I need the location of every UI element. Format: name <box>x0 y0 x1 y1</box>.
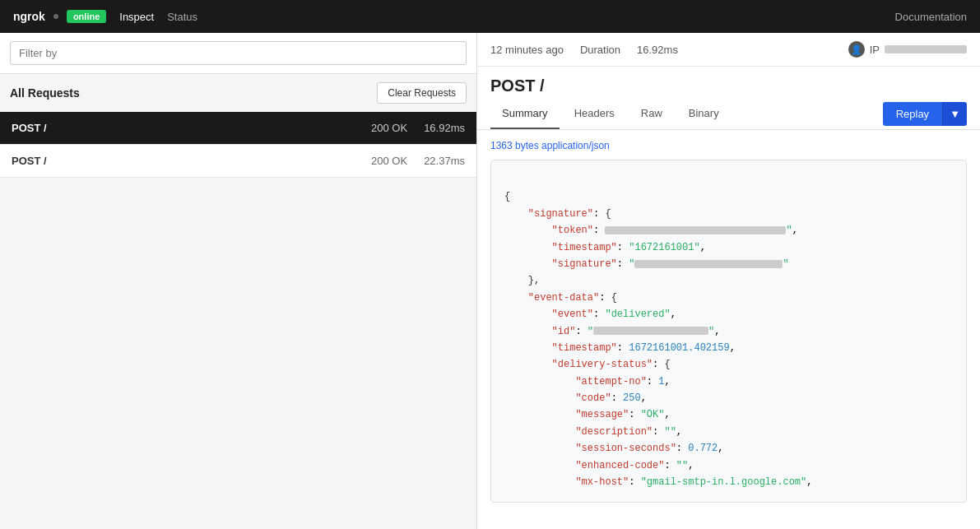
content-area: 1363 bytes application/json { "signature… <box>477 130 980 529</box>
replay-button[interactable]: Replay <box>883 102 942 126</box>
tabs-bar: Summary Headers Raw Binary Replay ▼ <box>477 99 980 130</box>
replay-dropdown-button[interactable]: ▼ <box>942 102 967 126</box>
request-title: POST / <box>477 67 980 99</box>
filter-bar <box>0 33 476 74</box>
meta-ip-bar <box>885 45 967 53</box>
main-layout: All Requests Clear Requests POST / 200 O… <box>0 33 980 529</box>
bytes-info: 1363 bytes application/json <box>490 140 967 151</box>
nav-documentation[interactable]: Documentation <box>895 11 967 23</box>
meta-ip-area: 👤 IP <box>848 41 967 58</box>
tab-binary[interactable]: Binary <box>677 99 731 129</box>
request-method-0: POST / <box>12 122 371 134</box>
clear-requests-button[interactable]: Clear Requests <box>377 82 467 104</box>
nav-status[interactable]: Status <box>167 11 197 23</box>
person-icon: 👤 <box>848 41 865 58</box>
request-item-1[interactable]: POST / 200 OK 22.37ms <box>0 145 476 178</box>
nav-inspect[interactable]: Inspect <box>119 11 154 23</box>
requests-title: All Requests <box>10 86 80 100</box>
status-dot <box>53 14 58 19</box>
meta-duration-label: Duration <box>580 44 620 56</box>
brand-logo: ngrok <box>13 10 45 23</box>
request-duration-0: 16.92ms <box>424 122 465 134</box>
request-status-0: 200 OK <box>371 122 407 134</box>
requests-header: All Requests Clear Requests <box>0 74 476 112</box>
request-item-0[interactable]: POST / 200 OK 16.92ms <box>0 112 476 145</box>
right-panel: 12 minutes ago Duration 16.92ms 👤 IP POS… <box>477 33 980 529</box>
request-meta: 12 minutes ago Duration 16.92ms 👤 IP <box>477 33 980 67</box>
json-display: { "signature": { "token": ", "timestamp"… <box>490 160 967 503</box>
meta-time: 12 minutes ago <box>490 44 564 56</box>
meta-ip-label: IP <box>870 44 880 56</box>
topnav: ngrok online Inspect Status Documentatio… <box>0 0 980 33</box>
request-list: POST / 200 OK 16.92ms POST / 200 OK 22.3… <box>0 112 476 529</box>
request-duration-1: 22.37ms <box>424 155 465 167</box>
request-method-1: POST / <box>12 155 371 167</box>
tab-summary[interactable]: Summary <box>490 99 560 129</box>
left-panel: All Requests Clear Requests POST / 200 O… <box>0 33 477 529</box>
replay-btn-wrap: Replay ▼ <box>883 102 967 126</box>
online-badge: online <box>67 10 106 23</box>
tab-headers[interactable]: Headers <box>563 99 626 129</box>
filter-input[interactable] <box>10 41 467 65</box>
request-status-1: 200 OK <box>371 155 407 167</box>
tab-raw[interactable]: Raw <box>629 99 674 129</box>
meta-duration-value: 16.92ms <box>637 44 678 56</box>
